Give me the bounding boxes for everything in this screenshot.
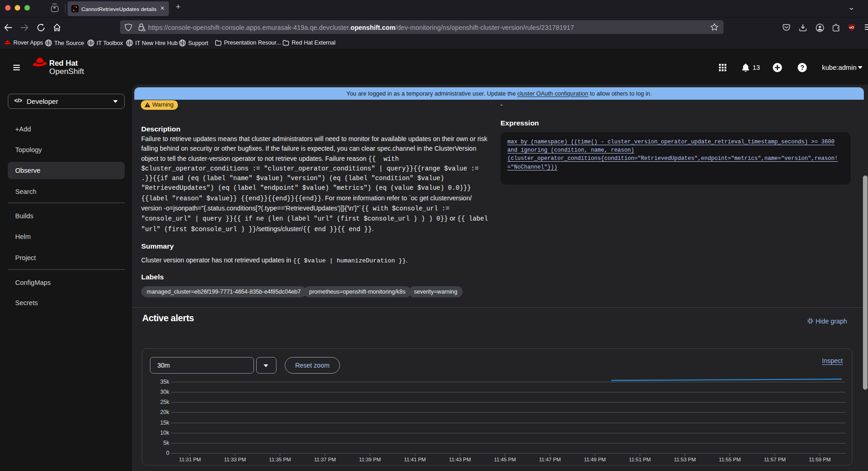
svg-text:11:33 PM: 11:33 PM [224,457,246,462]
svg-text:11:43 PM: 11:43 PM [449,457,471,462]
svg-text:uO: uO [849,25,854,29]
svg-text:11:47 PM: 11:47 PM [539,457,561,462]
svg-text:11:53 PM: 11:53 PM [674,457,696,462]
svg-text:11:41 PM: 11:41 PM [404,457,426,462]
svg-text:11:35 PM: 11:35 PM [269,457,291,462]
svg-text:20k: 20k [160,409,170,415]
svg-text:11:57 PM: 11:57 PM [764,457,786,462]
svg-text:11:55 PM: 11:55 PM [719,457,741,462]
svg-text:11:45 PM: 11:45 PM [494,457,516,462]
svg-text:0: 0 [166,450,169,456]
svg-text:11:49 PM: 11:49 PM [584,457,606,462]
svg-text:25k: 25k [160,399,170,405]
svg-text:5k: 5k [163,440,170,446]
svg-text:15k: 15k [160,420,170,426]
svg-text:11:39 PM: 11:39 PM [359,457,381,462]
svg-text:?: ? [800,64,805,71]
svg-text:10k: 10k [160,430,170,436]
svg-text:11:51 PM: 11:51 PM [629,457,651,462]
svg-text:35k: 35k [160,379,170,385]
svg-text:11:37 PM: 11:37 PM [314,457,336,462]
svg-text:11:31 PM: 11:31 PM [179,457,201,462]
svg-text:11:59 PM: 11:59 PM [809,457,831,462]
svg-text:30k: 30k [160,389,170,395]
